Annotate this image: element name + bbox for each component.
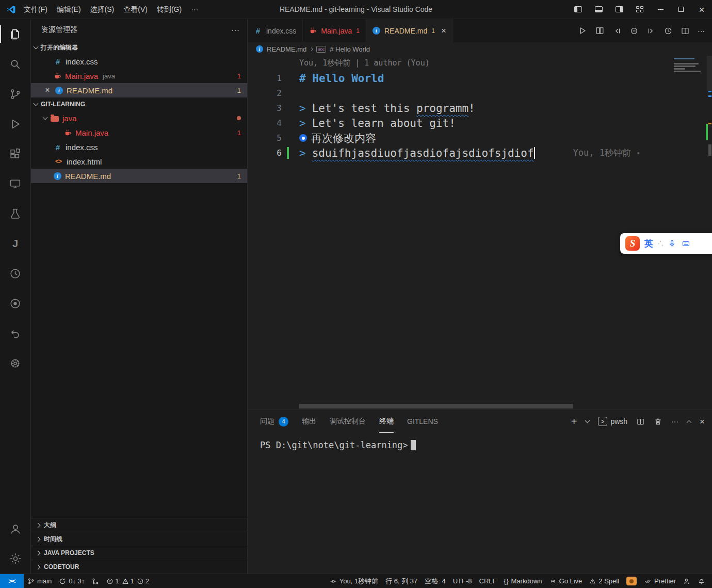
panel-tab-problems[interactable]: 问题 4: [260, 410, 288, 433]
run-debug-icon[interactable]: [0, 109, 30, 139]
toggle-secondary-sidebar-icon[interactable]: [609, 0, 629, 19]
open-editor-index-css[interactable]: # index.css: [31, 54, 247, 69]
remote-indicator[interactable]: ><: [0, 574, 24, 588]
explorer-icon[interactable]: [0, 19, 30, 49]
breadcrumb-file[interactable]: README.md: [267, 45, 306, 53]
tree-file-main-java[interactable]: Main.java 1: [31, 125, 247, 140]
source-control-icon[interactable]: [0, 79, 30, 109]
maximize-panel-icon[interactable]: [687, 420, 692, 425]
extension-status-badge[interactable]: [623, 574, 640, 588]
notifications-bell-icon[interactable]: [694, 574, 709, 588]
terminal-viewport[interactable]: PS D:\git\note\git-learning>: [248, 433, 712, 574]
open-editor-main-java[interactable]: Main.java java 1: [31, 69, 247, 83]
section-java-projects[interactable]: JAVA PROJECTS: [31, 546, 247, 560]
feedback-person-icon[interactable]: [679, 574, 694, 588]
minimap[interactable]: [674, 58, 706, 73]
encoding-item[interactable]: UTF-8: [449, 574, 476, 588]
sogou-logo[interactable]: S: [625, 236, 640, 251]
close-editor-icon[interactable]: ×: [43, 86, 52, 95]
timeline-icon[interactable]: [664, 26, 673, 36]
info-file-icon: i: [55, 87, 63, 94]
microphone-icon[interactable]: [668, 239, 676, 248]
panel-more-actions-icon[interactable]: ···: [671, 417, 678, 426]
menu-more-icon[interactable]: ···: [186, 0, 203, 19]
clock-icon[interactable]: [0, 258, 30, 288]
new-terminal-icon[interactable]: +: [571, 416, 577, 428]
trash-icon[interactable]: [654, 417, 662, 426]
section-codetour[interactable]: CODETOUR: [31, 560, 247, 574]
keyboard-icon[interactable]: [681, 239, 691, 248]
run-icon[interactable]: [577, 26, 587, 36]
horizontal-scrollbar[interactable]: [299, 404, 573, 409]
tab-main-java[interactable]: Main.java 1: [303, 19, 366, 42]
toggle-primary-sidebar-icon[interactable]: [568, 0, 588, 19]
menu-view[interactable]: 查看(V): [119, 0, 152, 19]
minimap-slider[interactable]: [707, 56, 712, 91]
panel-tab-output[interactable]: 输出: [302, 410, 316, 433]
prettier-item[interactable]: Prettier: [640, 574, 679, 588]
git-graph-icon[interactable]: [88, 574, 103, 588]
project-root-header[interactable]: GIT-LEARNING: [31, 97, 247, 111]
next-change-icon[interactable]: [646, 26, 656, 36]
previous-change-icon[interactable]: [612, 26, 622, 36]
more-actions-icon[interactable]: ···: [698, 27, 705, 35]
menu-file[interactable]: 文件(F): [19, 0, 52, 19]
problems-item[interactable]: 1 1 2: [103, 574, 153, 588]
maximize-button[interactable]: [671, 0, 691, 19]
open-changes-icon[interactable]: [629, 26, 639, 36]
editor[interactable]: You, 1秒钟前 | 1 author (You) 1 # Hello Wor…: [248, 56, 712, 410]
remote-explorer-icon[interactable]: [0, 169, 30, 199]
indentation-item[interactable]: 空格: 4: [421, 574, 449, 588]
close-button[interactable]: ×: [691, 0, 712, 19]
breadcrumb-symbol[interactable]: # Hello World: [330, 45, 370, 53]
customize-layout-icon[interactable]: [629, 0, 650, 19]
minimize-button[interactable]: [650, 0, 671, 19]
branch-item[interactable]: main: [24, 574, 55, 588]
extensions-icon[interactable]: [0, 139, 30, 169]
terminal-dropdown-icon[interactable]: [585, 418, 590, 423]
testing-beaker-icon[interactable]: [0, 199, 30, 228]
gitlens-authors-lens[interactable]: You, 1秒钟前 | 1 author (You): [299, 58, 430, 68]
tab-readme-md[interactable]: i README.md 1 ×: [366, 19, 453, 42]
panel-tab-gitlens[interactable]: GITLENS: [407, 410, 438, 433]
sync-item[interactable]: 0↓ 3↑: [55, 574, 88, 588]
open-editor-readme-md[interactable]: × i README.md 1: [31, 83, 247, 97]
undo-arrow-icon[interactable]: [0, 318, 30, 348]
spell-checker-item[interactable]: 2 Spell: [586, 574, 623, 588]
eol-item[interactable]: CRLF: [476, 574, 500, 588]
section-timeline[interactable]: 时间线: [31, 532, 247, 546]
close-panel-icon[interactable]: ×: [700, 417, 705, 426]
panel-tab-terminal[interactable]: 终端: [379, 410, 394, 433]
terminal-shell-item[interactable]: > pwsh: [598, 417, 627, 426]
cursor-position-item[interactable]: 行 6, 列 37: [382, 574, 421, 588]
markdown-preview-icon[interactable]: [595, 26, 605, 36]
tree-file-index-html[interactable]: <> index.html: [31, 154, 247, 169]
target-icon[interactable]: [0, 288, 30, 318]
tree-file-readme-md[interactable]: i README.md 1: [31, 169, 247, 183]
tree-file-index-css[interactable]: # index.css: [31, 140, 247, 154]
account-icon[interactable]: [0, 514, 30, 544]
close-tab-icon[interactable]: ×: [441, 26, 446, 36]
ime-punctuation-mode[interactable]: ·’,: [658, 240, 663, 247]
split-terminal-icon[interactable]: [636, 417, 645, 426]
blockquote-marker: >: [299, 102, 306, 115]
menu-edit[interactable]: 编辑(E): [52, 0, 86, 19]
menu-selection[interactable]: 选择(S): [86, 0, 119, 19]
settings-gear-icon[interactable]: [0, 544, 30, 574]
language-mode-item[interactable]: { } Markdown: [500, 574, 546, 588]
open-editors-header[interactable]: 打开的编辑器: [31, 41, 247, 54]
tree-folder-java[interactable]: java: [31, 111, 247, 125]
helm-wheel-icon[interactable]: [0, 348, 30, 378]
gitlens-blame-item[interactable]: You, 1秒钟前: [326, 574, 382, 588]
explorer-more-actions-icon[interactable]: ···: [231, 26, 240, 34]
search-icon[interactable]: [0, 49, 30, 79]
toggle-panel-icon[interactable]: [588, 0, 609, 19]
tab-index-css[interactable]: # index.css: [248, 19, 303, 42]
ime-language-mode[interactable]: 英: [644, 238, 653, 250]
letter-j-icon[interactable]: J: [0, 228, 30, 258]
split-editor-icon[interactable]: [681, 26, 690, 36]
section-outline[interactable]: 大纲: [31, 518, 247, 532]
go-live-item[interactable]: Go Live: [546, 574, 586, 588]
panel-tab-debug-console[interactable]: 调试控制台: [330, 410, 366, 433]
menu-goto[interactable]: 转到(G): [152, 0, 186, 19]
